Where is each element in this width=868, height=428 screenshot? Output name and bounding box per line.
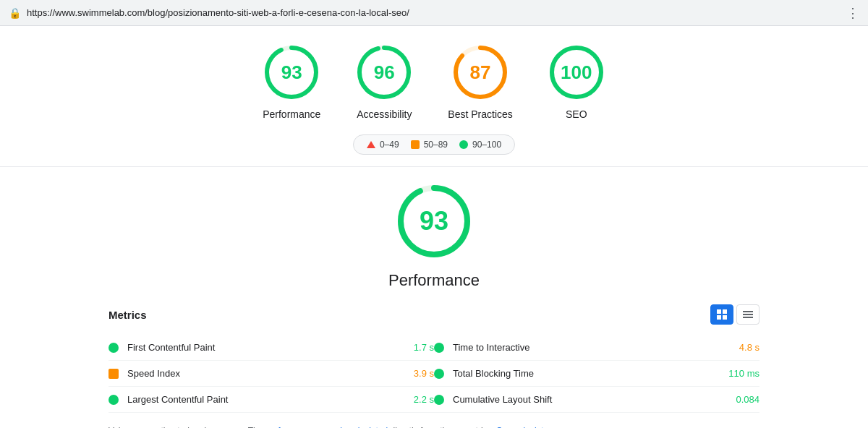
metric-tbt-value: 110 ms <box>728 368 760 379</box>
metric-tti-name: Time to Interactive <box>453 342 731 353</box>
legend-fail-label: 0–49 <box>380 140 399 150</box>
score-label-performance: Performance <box>263 108 320 120</box>
browser-bar: 🔒 https://www.swimmelab.com/blog/posizio… <box>0 0 868 26</box>
svg-rect-12 <box>717 315 721 320</box>
legend-fail: 0–49 <box>367 140 399 150</box>
svg-rect-14 <box>743 311 753 312</box>
svg-rect-13 <box>723 315 727 320</box>
list-view-button[interactable] <box>736 304 760 325</box>
score-item-seo[interactable]: 100 SEO <box>548 43 605 120</box>
metrics-right-col: Time to Interactive 4.8 s Total Blocking… <box>434 335 760 413</box>
big-score-circle: 93 <box>394 181 474 261</box>
grid-view-button[interactable] <box>710 304 733 325</box>
metrics-title: Metrics <box>109 309 147 321</box>
legend-pass-label: 90–100 <box>472 140 501 150</box>
metric-tti: Time to Interactive 4.8 s <box>434 335 760 361</box>
metric-lcp-indicator <box>109 395 119 405</box>
score-value-best-practices: 87 <box>470 61 491 84</box>
score-item-accessibility[interactable]: 96 Accessibility <box>355 43 413 120</box>
main-content: 93 Performance 96 Accessibility <box>0 26 868 428</box>
score-label-seo: SEO <box>566 108 587 120</box>
metric-lcp-name: Largest Contentful Paint <box>127 394 405 405</box>
score-item-best-practices[interactable]: 87 Best Practices <box>448 43 512 120</box>
svg-rect-15 <box>743 314 753 315</box>
metric-fcp-name: First Contentful Paint <box>127 342 405 353</box>
metric-lcp: Largest Contentful Paint 2.2 s <box>109 387 434 413</box>
legend-fail-icon <box>367 141 375 148</box>
score-circle-accessibility: 96 <box>355 43 413 101</box>
metrics-section: Metrics <box>109 304 760 428</box>
svg-rect-11 <box>723 309 727 314</box>
detail-section: 93 Performance Metrics <box>0 167 868 428</box>
legend-pass-icon <box>459 140 468 149</box>
score-circle-seo: 100 <box>548 43 605 101</box>
metric-lcp-value: 2.2 s <box>414 394 434 405</box>
legend-pass: 90–100 <box>459 140 501 150</box>
metric-fcp-value: 1.7 s <box>414 342 434 353</box>
metric-cls-indicator <box>434 395 444 405</box>
score-label-accessibility: Accessibility <box>357 108 412 120</box>
big-score-label: Performance <box>388 271 480 290</box>
legend-average-label: 50–89 <box>424 140 448 150</box>
metric-si-value: 3.9 s <box>414 368 434 379</box>
metrics-left-col: First Contentful Paint 1.7 s Speed Index… <box>109 335 434 413</box>
score-value-seo: 100 <box>561 61 592 84</box>
metric-si-name: Speed Index <box>127 368 405 379</box>
legend: 0–49 50–89 90–100 <box>353 134 515 155</box>
metric-cls-value: 0.084 <box>736 394 760 405</box>
view-toggle <box>710 304 760 325</box>
metrics-header: Metrics <box>109 304 760 325</box>
metric-si-indicator <box>109 369 119 379</box>
metric-fcp: First Contentful Paint 1.7 s <box>109 335 434 361</box>
metric-cls: Cumulative Layout Shift 0.084 <box>434 387 760 413</box>
lock-icon: 🔒 <box>9 7 21 19</box>
browser-menu-icon[interactable]: ⋮ <box>846 5 859 21</box>
metric-cls-name: Cumulative Layout Shift <box>453 394 727 405</box>
score-item-performance[interactable]: 93 Performance <box>263 43 320 120</box>
metric-tti-indicator <box>434 343 444 353</box>
legend-average-icon <box>411 140 420 149</box>
metric-si: Speed Index 3.9 s <box>109 361 434 387</box>
scores-row: 93 Performance 96 Accessibility <box>263 43 605 120</box>
score-label-best-practices: Best Practices <box>448 108 512 120</box>
score-value-accessibility: 96 <box>374 61 395 84</box>
metric-tti-value: 4.8 s <box>739 342 760 353</box>
metric-tbt-indicator <box>434 369 444 379</box>
url-bar[interactable]: https://www.swimmelab.com/blog/posiziona… <box>27 7 846 18</box>
metric-tbt-name: Total Blocking Time <box>453 368 720 379</box>
score-circle-best-practices: 87 <box>451 43 509 101</box>
metric-fcp-indicator <box>109 343 119 353</box>
metric-tbt: Total Blocking Time 110 ms <box>434 361 760 387</box>
scores-section: 93 Performance 96 Accessibility <box>0 26 868 167</box>
big-score-value: 93 <box>420 206 448 236</box>
score-circle-performance: 93 <box>263 43 320 101</box>
svg-rect-10 <box>717 309 721 314</box>
metrics-grid: First Contentful Paint 1.7 s Speed Index… <box>109 335 760 413</box>
svg-rect-16 <box>743 317 753 318</box>
score-value-performance: 93 <box>281 61 302 84</box>
legend-average: 50–89 <box>411 140 448 150</box>
